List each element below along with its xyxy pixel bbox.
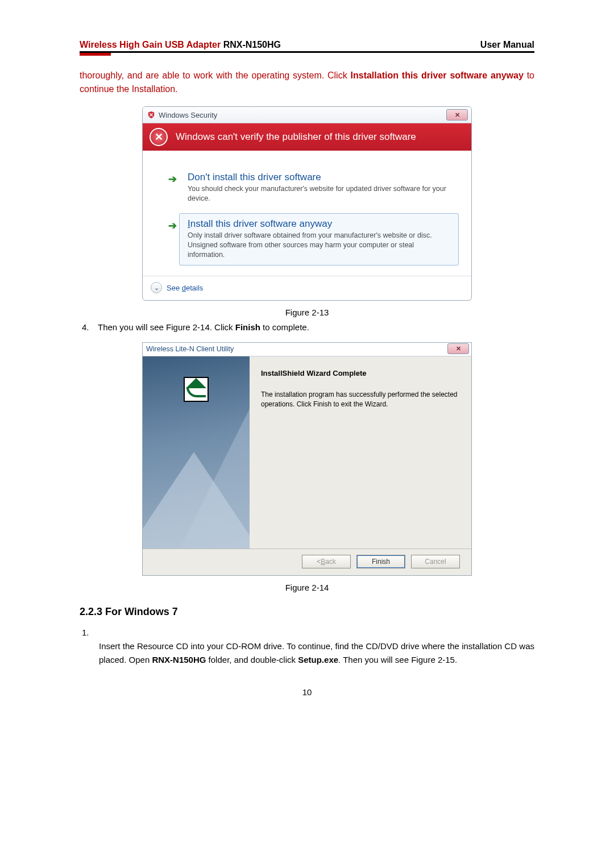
step1-paragraph: 1.Insert the Resource CD into your CD-RO… <box>80 626 534 667</box>
intro-text: thoroughly, and are able to work with th… <box>80 70 351 80</box>
option-install-anyway[interactable]: ➔ IInstall this driver software anywayns… <box>179 213 459 266</box>
option1-desc: You should check your manufacturer's web… <box>188 184 453 203</box>
dialog1-warning-text: Windows can't verify the publisher of th… <box>176 131 416 143</box>
option2-desc: Only install driver software obtained fr… <box>188 231 453 260</box>
shield-icon <box>147 111 155 119</box>
step4-text-b: to complete. <box>260 322 309 332</box>
page-header: Wireless High Gain USB Adapter RNX-N150H… <box>80 40 534 53</box>
page-number: 10 <box>80 687 534 697</box>
dialog2-button-row: < Back< Back Finish Cancel <box>143 549 471 575</box>
section-heading-windows7: 2.2.3 For Windows 7 <box>80 606 534 618</box>
dialog2-title: Wireless Lite-N Client Utility <box>146 345 234 353</box>
option-dont-install[interactable]: ➔ Don't install this driver software You… <box>179 167 459 210</box>
step4-bold: Finish <box>235 322 260 332</box>
figure1-caption: Figure 2-13 <box>80 308 534 317</box>
dialog1-titlebar: Windows Security ✕ <box>143 107 471 123</box>
step4-number: 4. <box>82 321 98 334</box>
step4-text-a: Then you will see Figure 2-14. Click <box>98 322 235 332</box>
finish-button[interactable]: Finish <box>356 555 405 568</box>
dialog2-sidebar-image <box>143 356 250 549</box>
dialog2-titlebar: Wireless Lite-N Client Utility ✕ <box>143 343 471 356</box>
installshield-dialog: Wireless Lite-N Client Utility ✕ Install… <box>142 342 472 576</box>
installshield-logo-icon <box>184 377 209 402</box>
arrow-icon: ➔ <box>168 219 177 232</box>
cancel-button: Cancel <box>411 555 460 568</box>
header-product-model: RNX-N150HG <box>221 40 281 49</box>
see-details-link[interactable]: See detailsSee details <box>167 284 203 292</box>
dialog1-warning-bar: ✕ Windows can't verify the publisher of … <box>143 123 471 151</box>
header-product-red: Wireless High Gain USB Adapter <box>80 40 221 49</box>
intro-paragraph: thoroughly, and are able to work with th… <box>80 69 534 96</box>
option1-title: Don't install this driver software <box>188 172 453 183</box>
windows-security-dialog: Windows Security ✕ ✕ Windows can't verif… <box>142 106 472 301</box>
step1-body: Insert the Resource CD into your CD-ROM … <box>80 639 534 667</box>
arrow-icon: ➔ <box>168 173 177 185</box>
header-product: Wireless High Gain USB Adapter RNX-N150H… <box>80 40 281 49</box>
dialog1-body: ➔ Don't install this driver software You… <box>143 151 471 276</box>
mountain-shape <box>143 452 250 549</box>
figure2-caption: Figure 2-14 <box>80 583 534 592</box>
back-button: < Back< Back <box>302 555 351 568</box>
dialog2-body: InstallShield Wizard Complete The instal… <box>143 356 471 549</box>
option2-title: IInstall this driver software anywaynsta… <box>188 218 453 230</box>
close-button[interactable]: ✕ <box>446 109 468 121</box>
alert-shield-icon: ✕ <box>150 128 168 146</box>
intro-bold: Installation this driver software anyway <box>351 70 524 80</box>
dialog2-content: InstallShield Wizard Complete The instal… <box>250 356 471 549</box>
step1-number: 1. <box>82 626 98 639</box>
document-page: Wireless High Gain USB Adapter RNX-N150H… <box>17 0 597 731</box>
close-button[interactable]: ✕ <box>447 343 469 354</box>
dialog1-title: Windows Security <box>159 111 217 119</box>
chevron-down-icon[interactable]: ⌄ <box>151 282 162 293</box>
wizard-complete-heading: InstallShield Wizard Complete <box>261 369 458 377</box>
wizard-complete-text: The installation program has successfull… <box>261 390 458 408</box>
step4-paragraph: 4.Then you will see Figure 2-14. Click F… <box>80 321 534 334</box>
header-manual-label: User Manual <box>480 40 534 50</box>
dialog1-footer: ⌄ See detailsSee details <box>143 276 471 300</box>
